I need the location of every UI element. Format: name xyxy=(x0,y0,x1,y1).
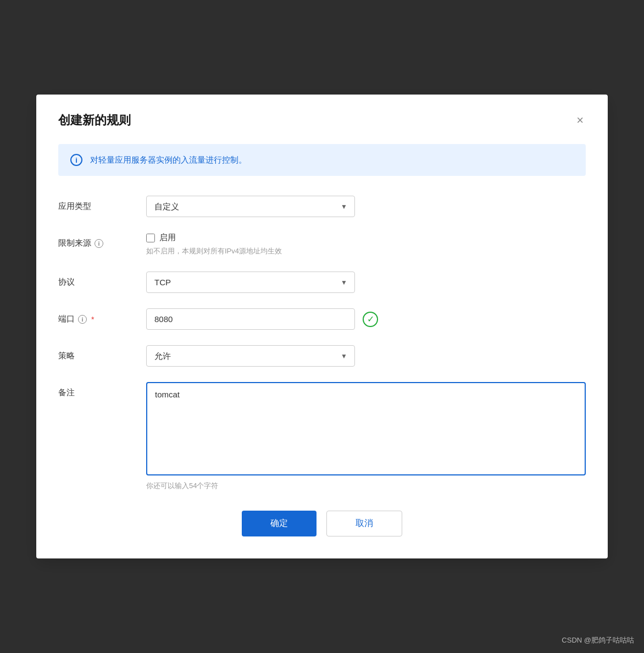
cancel-button[interactable]: 取消 xyxy=(326,511,402,536)
watermark: CSDN @肥鸽子咕咕咕 xyxy=(562,635,634,645)
limit-source-label: 限制来源 i xyxy=(58,233,146,248)
port-input[interactable] xyxy=(146,308,355,330)
limit-source-checkbox-row: 启用 xyxy=(146,233,586,243)
policy-label: 策略 xyxy=(58,345,146,361)
remark-row: 备注 tomcat 你还可以输入54个字符 xyxy=(58,382,586,491)
policy-select[interactable]: 允许 xyxy=(146,345,355,367)
confirm-button[interactable]: 确定 xyxy=(242,511,317,536)
close-button[interactable]: × xyxy=(574,112,586,129)
port-required-star: * xyxy=(91,315,94,324)
limit-source-hint: 如不启用，本规则对所有IPv4源地址均生效 xyxy=(146,246,586,256)
protocol-control: TCP ▼ xyxy=(146,272,586,293)
policy-control: 允许 ▼ xyxy=(146,345,586,367)
remark-label: 备注 xyxy=(58,382,146,398)
app-type-select[interactable]: 自定义 xyxy=(146,196,355,217)
limit-source-info-icon[interactable]: i xyxy=(95,239,103,248)
limit-source-checkbox[interactable] xyxy=(146,234,155,242)
dialog-footer: 确定 取消 xyxy=(58,511,586,536)
port-row: 端口 i * ✓ xyxy=(58,308,586,330)
modal-overlay: 创建新的规则 × i 对轻量应用服务器实例的入流量进行控制。 应用类型 自定义 … xyxy=(0,0,644,653)
app-type-select-wrapper: 自定义 ▼ xyxy=(146,196,355,217)
info-banner: i 对轻量应用服务器实例的入流量进行控制。 xyxy=(58,144,586,176)
port-control: ✓ xyxy=(146,308,586,330)
limit-source-control: 启用 如不启用，本规则对所有IPv4源地址均生效 xyxy=(146,233,586,256)
port-info-icon[interactable]: i xyxy=(78,315,87,324)
port-input-row: ✓ xyxy=(146,308,586,330)
policy-select-wrapper: 允许 ▼ xyxy=(146,345,355,367)
dialog-header: 创建新的规则 × xyxy=(58,112,586,129)
info-icon: i xyxy=(70,154,82,166)
app-type-control: 自定义 ▼ xyxy=(146,196,586,217)
dialog: 创建新的规则 × i 对轻量应用服务器实例的入流量进行控制。 应用类型 自定义 … xyxy=(36,95,608,558)
remark-control: tomcat 你还可以输入54个字符 xyxy=(146,382,586,491)
protocol-select-wrapper: TCP ▼ xyxy=(146,272,355,293)
port-label: 端口 i * xyxy=(58,308,146,324)
protocol-select[interactable]: TCP xyxy=(146,272,355,293)
limit-source-checkbox-label: 启用 xyxy=(159,233,176,243)
remark-textarea[interactable]: tomcat xyxy=(146,382,586,475)
limit-source-row: 限制来源 i 启用 如不启用，本规则对所有IPv4源地址均生效 xyxy=(58,233,586,256)
dialog-title: 创建新的规则 xyxy=(58,112,131,129)
protocol-row: 协议 TCP ▼ xyxy=(58,272,586,293)
app-type-row: 应用类型 自定义 ▼ xyxy=(58,196,586,217)
policy-row: 策略 允许 ▼ xyxy=(58,345,586,367)
char-count: 你还可以输入54个字符 xyxy=(146,481,586,491)
port-valid-icon: ✓ xyxy=(363,312,378,327)
protocol-label: 协议 xyxy=(58,272,146,287)
banner-text: 对轻量应用服务器实例的入流量进行控制。 xyxy=(90,155,247,165)
app-type-label: 应用类型 xyxy=(58,196,146,212)
